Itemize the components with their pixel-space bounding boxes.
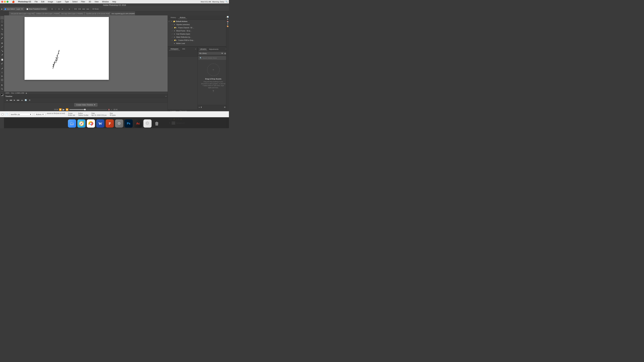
add-asset-circle[interactable]: + xyxy=(207,63,220,76)
align-center-h[interactable]: ↔ xyxy=(64,7,68,11)
dock-system-preferences[interactable]: ⚙ xyxy=(115,119,123,128)
dock-word[interactable]: W xyxy=(96,119,104,128)
adjustments-strip-icon[interactable]: 🎛 xyxy=(227,23,228,25)
action-item-vignette[interactable]: ✓ ▶ Vignette (selection) xyxy=(168,23,229,26)
type-tool[interactable]: T xyxy=(0,71,4,74)
auto-select-type[interactable]: Layer Group xyxy=(16,8,24,10)
histogram-strip-icon[interactable]: 📊 xyxy=(227,16,228,18)
dock-trash[interactable]: 🗑 xyxy=(153,119,161,128)
tab-libraries[interactable]: Libraries xyxy=(199,48,208,51)
brush-tool[interactable] xyxy=(0,45,4,49)
file-name-field[interactable]: laserfilm.zip ▼ xyxy=(9,113,33,116)
expand-icon[interactable]: ▶ xyxy=(174,33,176,35)
expand-icon[interactable]: ▶ xyxy=(174,42,176,44)
pen-tool[interactable] xyxy=(0,67,4,70)
timeline-options-icon[interactable]: ≡ xyxy=(166,95,166,97)
tab-vine-copy0000[interactable]: vine copy0000.jpg @ 100% (RGB/8#) ✕ xyxy=(110,12,135,15)
create-video-timeline-btn[interactable]: Create Video Timeline ▼ xyxy=(74,103,98,106)
quick-selection-tool[interactable] xyxy=(0,27,4,31)
color-picker[interactable] xyxy=(0,93,4,96)
move-tool[interactable] xyxy=(0,16,4,19)
align-middle-v[interactable]: ↕ xyxy=(54,7,57,11)
dock-photoshop[interactable]: Ps xyxy=(124,119,133,128)
eyedropper-tool[interactable] xyxy=(0,36,4,40)
menu-edit[interactable]: Edit xyxy=(40,0,45,3)
align-top[interactable]: ⬆ xyxy=(50,7,54,11)
tab-vine-psd[interactable]: vine.psd @ 100% (Layer 2 copy, RGB/8#) ✕ xyxy=(9,12,34,15)
foreground-color[interactable] xyxy=(1,94,3,95)
menu-file[interactable]: File xyxy=(34,0,38,3)
dock-safari[interactable]: 🧭 xyxy=(77,119,86,128)
lasso-tool[interactable] xyxy=(0,23,4,27)
align-right[interactable]: ➡ xyxy=(68,7,71,11)
menu-image[interactable]: Image xyxy=(47,0,54,3)
distribute-left[interactable]: ⬅⬅ xyxy=(82,7,85,11)
apple-menu[interactable]: 🍎 xyxy=(12,0,14,3)
dock-finder[interactable]: 🗂 xyxy=(68,119,76,128)
minimize-button[interactable] xyxy=(4,1,6,3)
expand-icon[interactable]: ▶ xyxy=(174,24,176,25)
tab-untitled[interactable]: Untitled-1 @ 100% (Layer 1, RGB/8#) ✕ xyxy=(34,12,60,15)
timeline-to-end-btn[interactable]: ⏭ xyxy=(20,99,24,102)
tab-histogram[interactable]: Histogram xyxy=(169,48,180,50)
menu-type[interactable]: Type xyxy=(64,0,70,3)
menu-layer[interactable]: Layer xyxy=(56,0,62,3)
rewind-btn[interactable]: ⏪ xyxy=(59,108,62,111)
library-search-input[interactable] xyxy=(202,57,227,59)
help-icon[interactable]: ? xyxy=(212,90,214,93)
menu-select[interactable]: Select xyxy=(72,0,78,3)
tab-laserfilm[interactable]: laserfilm.psd @ 12.5% (sound, RGB/8#) ✕ xyxy=(84,12,110,15)
upload-library-btn[interactable]: ⬆ xyxy=(200,106,202,108)
tab-actions[interactable]: Actions xyxy=(178,16,187,19)
menu-view[interactable]: View xyxy=(94,0,99,3)
dock-acrobat[interactable]: Ac xyxy=(134,119,142,128)
tab-history[interactable]: History xyxy=(169,16,178,19)
show-transform-checkbox[interactable] xyxy=(26,8,28,10)
action-item-default-actions[interactable]: ✓ ▼ 📁 Default Actions xyxy=(168,20,229,23)
folder-collapse-icon[interactable]: ▼ xyxy=(171,20,172,22)
fast-forward-btn[interactable]: ⏩ xyxy=(66,108,68,111)
path-selection-tool[interactable] xyxy=(0,74,4,78)
distribute-right[interactable]: ➡➡ xyxy=(86,7,89,11)
search-icon[interactable]: 🔍 xyxy=(226,1,228,3)
library-selector[interactable]: My Library xyxy=(198,52,224,54)
menu-filter[interactable]: Filter xyxy=(80,0,86,3)
eraser-tool[interactable] xyxy=(0,53,4,56)
play-pause-btn[interactable]: ▶ xyxy=(62,108,65,111)
spot-healing-tool[interactable] xyxy=(0,41,4,45)
menu-help[interactable]: Help xyxy=(112,0,117,3)
distribute-bottom[interactable]: ⬇⬇ xyxy=(78,7,81,11)
timeline-back-frame-btn[interactable]: ◀◀ xyxy=(9,99,12,102)
expand-icon[interactable]: ▶ xyxy=(176,27,178,28)
close-button[interactable] xyxy=(1,1,3,3)
distribute-top[interactable]: ⬆⬆ xyxy=(74,7,77,11)
canvas-document[interactable] xyxy=(24,17,109,80)
file-checkbox[interactable] xyxy=(2,113,4,115)
action-item-cast-shadow[interactable]: ✓ ▶ Cast Shadow (type) xyxy=(168,32,229,35)
timeline-loop-btn[interactable]: 🔄 xyxy=(24,99,27,102)
action-item-wood-frame[interactable]: ✓ ▶ Wood Frame - 50 pi... xyxy=(168,29,229,32)
menu-3d[interactable]: 3D xyxy=(88,0,92,3)
timeline-play-btn[interactable]: ▶ xyxy=(13,99,16,102)
fullscreen-btn[interactable]: ⤢ xyxy=(111,109,112,110)
video-playhead[interactable] xyxy=(84,109,86,110)
tab-adjustments[interactable]: Adjustments xyxy=(208,48,220,50)
auto-select-checkbox[interactable] xyxy=(4,8,6,10)
styles-strip-icon[interactable]: 🎨 xyxy=(227,25,228,27)
expand-icon[interactable]: ▶ xyxy=(176,39,178,41)
zoom-tool[interactable] xyxy=(0,87,4,91)
action-item-water-reflection[interactable]: ✓ ▶ Water Reflection (ty... xyxy=(168,35,229,39)
align-left[interactable]: ⬅ xyxy=(61,7,64,11)
crop-tool[interactable] xyxy=(0,32,4,36)
align-bottom[interactable]: ⬇ xyxy=(58,7,60,11)
maximize-button[interactable] xyxy=(6,1,8,3)
dodge-tool[interactable] xyxy=(0,62,4,65)
action-item-molten-lead[interactable]: ✓ ▶ Molten Lead xyxy=(168,42,229,45)
options-strip-icon[interactable]: ⚙ xyxy=(227,18,228,20)
action-item-custom-rgb[interactable]: ✓ 📁 ▶ Custom RGB to Gray... xyxy=(168,39,229,42)
timeline-fwd-frame-btn[interactable]: ▶▶ xyxy=(17,99,20,102)
expand-icon[interactable]: ▶ xyxy=(174,30,176,31)
app-name[interactable]: Photoshop CC xyxy=(18,0,32,3)
histogram-expand-icon[interactable]: » xyxy=(195,48,196,50)
auto-select-toggle[interactable]: Auto-Select: Layer Group xyxy=(4,7,24,11)
